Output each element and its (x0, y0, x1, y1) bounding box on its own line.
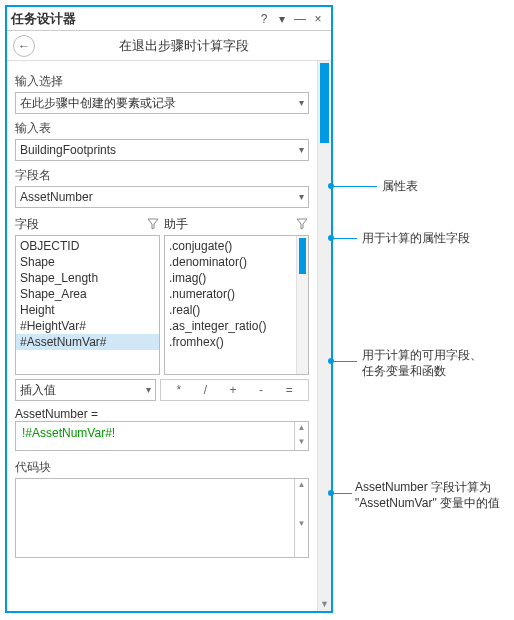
operator-button[interactable]: = (286, 383, 293, 397)
code-block-input[interactable]: ▲▼ (15, 478, 309, 558)
helpers-filter-icon[interactable] (295, 218, 309, 232)
input-table-label: 输入表 (15, 120, 309, 137)
task-designer-panel: 任务设计器 ? ▾ — × ← 在退出步骤时计算字段 输入选择 在此步骤中创建的… (5, 5, 333, 613)
field-name-label: 字段名 (15, 167, 309, 184)
helpers-list-item[interactable]: .denominator() (165, 254, 308, 270)
panel-vertical-scrollbar[interactable]: ▼ (317, 61, 331, 611)
helpers-scrollbar[interactable] (296, 236, 308, 374)
fields-list-item[interactable]: #HeightVar# (16, 318, 159, 334)
expression-input[interactable]: !#AssetNumVar#! ▲▼ (15, 421, 309, 451)
operator-bar: */+-= (160, 379, 309, 401)
input-select-dropdown[interactable]: 在此步骤中创建的要素或记录 (15, 92, 309, 114)
dock-button[interactable]: ▾ (273, 10, 291, 28)
expression-text: !#AssetNumVar#! (16, 422, 308, 444)
help-button[interactable]: ? (255, 10, 273, 28)
fields-filter-icon[interactable] (146, 218, 160, 232)
helpers-list-item[interactable]: .conjugate() (165, 238, 308, 254)
sub-header: ← 在退出步骤时计算字段 (7, 31, 331, 61)
helpers-listbox[interactable]: .conjugate().denominator().imag().numera… (164, 235, 309, 375)
panel-title: 任务设计器 (11, 10, 255, 28)
input-select-label: 输入选择 (15, 73, 309, 90)
expression-spinner[interactable]: ▲▼ (294, 422, 308, 450)
operator-button[interactable]: + (230, 383, 237, 397)
content-area: 输入选择 在此步骤中创建的要素或记录 输入表 BuildingFootprint… (7, 61, 331, 611)
fields-list-item[interactable]: Shape_Area (16, 286, 159, 302)
code-block-label: 代码块 (15, 459, 309, 476)
operator-button[interactable]: - (259, 383, 263, 397)
insert-value-dropdown[interactable]: 插入值 (15, 379, 156, 401)
helpers-list-item[interactable]: .as_integer_ratio() (165, 318, 308, 334)
minimize-button[interactable]: — (291, 10, 309, 28)
fields-column-label: 字段 (15, 216, 146, 233)
operator-button[interactable]: * (176, 383, 181, 397)
fields-list-item[interactable]: OBJECTID (16, 238, 159, 254)
helpers-list-item[interactable]: .fromhex() (165, 334, 308, 350)
close-button[interactable]: × (309, 10, 327, 28)
fields-listbox[interactable]: OBJECTIDShapeShape_LengthShape_AreaHeigh… (15, 235, 160, 375)
helpers-list-item[interactable]: .real() (165, 302, 308, 318)
field-name-dropdown[interactable]: AssetNumber (15, 186, 309, 208)
input-table-dropdown[interactable]: BuildingFootprints (15, 139, 309, 161)
fields-list-item[interactable]: Height (16, 302, 159, 318)
fields-list-item[interactable]: Shape (16, 254, 159, 270)
fields-list-item[interactable]: Shape_Length (16, 270, 159, 286)
fields-list-item[interactable]: #AssetNumVar# (16, 334, 159, 350)
code-block-spinner[interactable]: ▲▼ (294, 479, 308, 557)
helpers-column-label: 助手 (164, 216, 295, 233)
form-scroll-area: 输入选择 在此步骤中创建的要素或记录 输入表 BuildingFootprint… (7, 61, 317, 611)
expression-label: AssetNumber = (15, 407, 309, 421)
helpers-list-item[interactable]: .numerator() (165, 286, 308, 302)
helpers-list-item[interactable]: .imag() (165, 270, 308, 286)
operator-button[interactable]: / (204, 383, 207, 397)
sub-title: 在退出步骤时计算字段 (43, 37, 325, 55)
back-button[interactable]: ← (13, 35, 35, 57)
title-bar: 任务设计器 ? ▾ — × (7, 7, 331, 31)
